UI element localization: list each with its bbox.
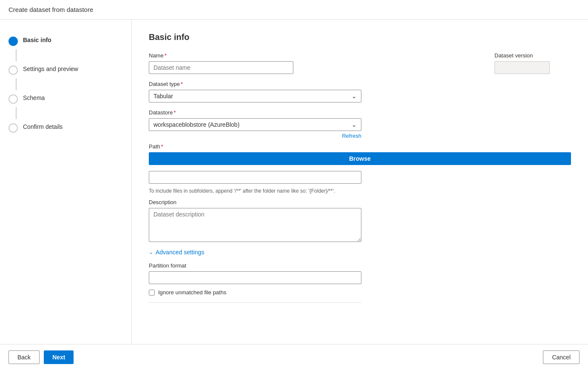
step-connector-2: [16, 78, 17, 90]
name-version-row: Name* Dataset version 1: [149, 52, 571, 74]
description-label: Description: [149, 199, 571, 205]
footer: Back Next Cancel: [0, 344, 588, 370]
page-title: Create dataset from datastore: [9, 6, 93, 13]
partition-format-group: Partition format /{timestamp:yyy/MM/dd}/…: [149, 262, 571, 284]
advanced-settings-toggle[interactable]: ⌄ Advanced settings: [149, 249, 571, 256]
path-group: Path* Browse NoaalsdFlorida/2019/** To i…: [149, 143, 571, 194]
dataset-type-select[interactable]: Tabular ⌄: [149, 90, 361, 102]
datastore-select[interactable]: workspaceblobstore (AzureBlob) ⌄: [149, 118, 361, 131]
step-circle-schema: [9, 94, 18, 104]
chevron-down-icon-3: ⌄: [149, 249, 153, 255]
partition-format-label: Partition format: [149, 262, 571, 269]
path-input-wrapper: NoaalsdFlorida/2019/**: [149, 171, 361, 184]
section-title: Basic info: [149, 32, 571, 42]
step-basic-info[interactable]: Basic info: [9, 32, 123, 49]
ignore-unmatched-label: Ignore unmatched file paths: [158, 289, 226, 296]
step-confirm[interactable]: Confirm details: [9, 119, 123, 136]
page-body: Basic info Settings and preview Schema C…: [0, 20, 588, 344]
back-button[interactable]: Back: [9, 350, 40, 364]
description-textarea[interactable]: [149, 208, 361, 242]
step-label-basic-info: Basic info: [23, 36, 51, 43]
browse-button[interactable]: Browse: [149, 152, 571, 165]
chevron-down-icon: ⌄: [352, 93, 357, 100]
path-input[interactable]: NoaalsdFlorida/2019/**: [149, 171, 361, 184]
name-group: Name*: [149, 52, 486, 74]
dataset-type-group: Dataset type* Tabular ⌄: [149, 81, 571, 102]
step-connector-1: [16, 49, 17, 61]
page-header: Create dataset from datastore: [0, 0, 588, 20]
step-circle-confirm: [9, 123, 18, 133]
version-input: 1: [494, 61, 550, 74]
version-group: Dataset version 1: [494, 52, 571, 74]
check-icon: [11, 39, 15, 43]
cancel-button[interactable]: Cancel: [543, 350, 579, 364]
footer-left-actions: Back Next: [9, 350, 74, 364]
ignore-unmatched-checkbox[interactable]: [149, 290, 155, 296]
path-hint: To include files in subfolders, append '…: [149, 188, 361, 194]
step-label-schema: Schema: [23, 94, 45, 101]
step-circle-settings: [9, 65, 18, 75]
partition-format-form-group: Partition format /{timestamp:yyy/MM/dd}/…: [149, 262, 571, 284]
step-schema[interactable]: Schema: [9, 90, 123, 107]
version-label: Dataset version: [494, 52, 571, 59]
name-input[interactable]: [149, 61, 293, 74]
section-divider: [149, 302, 361, 303]
path-label: Path*: [149, 143, 571, 150]
description-group: Description: [149, 199, 571, 242]
chevron-down-icon-2: ⌄: [352, 121, 357, 128]
step-label-confirm: Confirm details: [23, 122, 62, 130]
refresh-link[interactable]: Refresh: [149, 133, 361, 139]
dataset-type-label: Dataset type*: [149, 81, 571, 87]
partition-format-input[interactable]: /{timestamp:yyy/MM/dd}/data.parquet: [149, 271, 361, 284]
step-label-settings: Settings and preview: [23, 65, 78, 72]
step-circle-basic-info: [9, 37, 18, 46]
ignore-unmatched-row: Ignore unmatched file paths: [149, 289, 571, 296]
datastore-label: Datastore*: [149, 109, 571, 116]
sidebar: Basic info Settings and preview Schema C…: [0, 20, 132, 344]
main-content: Basic info Name* Dataset version 1 Datas…: [132, 20, 588, 344]
datastore-group: Datastore* workspaceblobstore (AzureBlob…: [149, 109, 571, 131]
next-button[interactable]: Next: [44, 350, 74, 364]
step-connector-3: [16, 107, 17, 119]
name-label: Name*: [149, 52, 486, 59]
step-settings-preview[interactable]: Settings and preview: [9, 61, 123, 78]
svg-point-0: [11, 40, 15, 43]
